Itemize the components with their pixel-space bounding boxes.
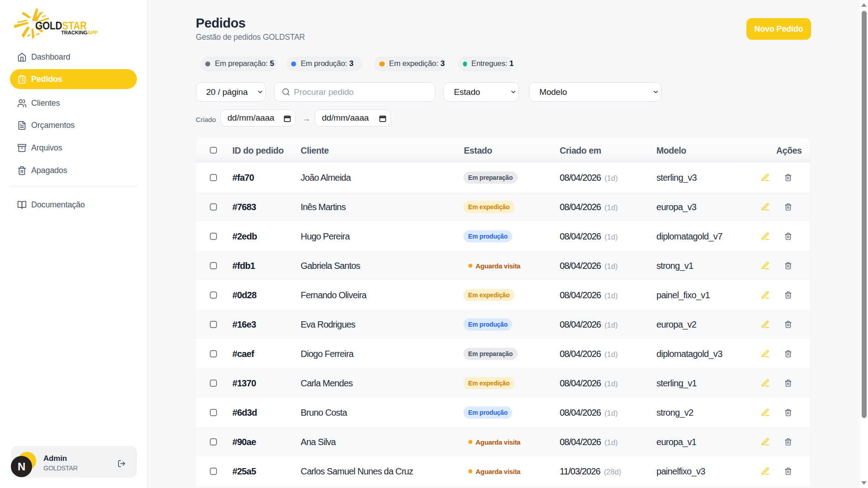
svg-text:TRACKINGAPP: TRACKINGAPP bbox=[61, 30, 98, 35]
